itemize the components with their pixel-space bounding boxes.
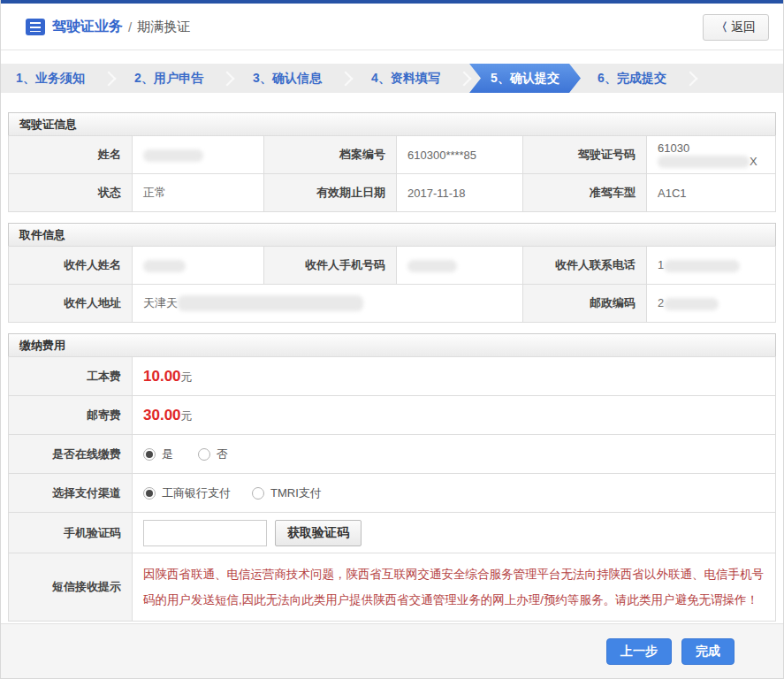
step-separator-chevron bbox=[337, 64, 356, 93]
channel-tmri-label: TMRI支付 bbox=[270, 485, 322, 501]
recipient-name-value bbox=[133, 247, 264, 285]
radio-checked-icon[interactable] bbox=[143, 448, 156, 461]
name-label: 姓名 bbox=[9, 136, 133, 174]
header: 驾驶证业务 / 期满换证 〈 返回 bbox=[1, 4, 783, 50]
table-row: 选择支付渠道 工商银行支付 TMRI支付 bbox=[9, 474, 776, 513]
redacted-recipient-name bbox=[143, 260, 186, 272]
pickup-info-table: 收件人姓名 收件人手机号码 收件人联系电话 1 收件人地址 天津天 邮政编码 bbox=[8, 246, 776, 323]
step-4-fill-data[interactable]: 4、资料填写 bbox=[356, 64, 455, 93]
recipient-name-label: 收件人姓名 bbox=[9, 247, 133, 285]
pickup-section-title: 取件信息 bbox=[8, 223, 776, 246]
footer-action-bar: 上一步 完成 bbox=[1, 623, 783, 678]
previous-step-button[interactable]: 上一步 bbox=[606, 638, 672, 665]
page-title: 驾驶证业务 bbox=[52, 18, 123, 36]
step-6-complete-submit[interactable]: 6、完成提交 bbox=[582, 64, 681, 93]
radio-unchecked-icon[interactable] bbox=[252, 487, 264, 500]
expiry-label: 有效期止日期 bbox=[264, 174, 397, 212]
postcode-value: 2 bbox=[647, 285, 776, 323]
status-label: 状态 bbox=[9, 174, 133, 212]
payment-channel-label: 选择支付渠道 bbox=[9, 474, 133, 513]
redacted-postcode bbox=[664, 298, 719, 310]
online-payment-no-option[interactable]: 否 bbox=[198, 446, 228, 462]
back-button[interactable]: 〈 返回 bbox=[703, 14, 769, 41]
postcode-label: 邮政编码 bbox=[523, 285, 647, 323]
breadcrumb-current: 期满换证 bbox=[137, 19, 190, 35]
recipient-mobile-value bbox=[397, 247, 523, 285]
phone-prefix: 1 bbox=[658, 258, 664, 271]
redacted-name bbox=[143, 149, 203, 162]
production-fee-amount: 10.00 bbox=[143, 368, 181, 385]
step-separator-chevron bbox=[100, 64, 119, 93]
table-row: 工本费 10.00元 bbox=[9, 357, 776, 396]
fees-section-title: 缴纳费用 bbox=[8, 333, 776, 356]
online-yes-label: 是 bbox=[162, 446, 173, 462]
license-number-prefix: 61030 bbox=[658, 141, 689, 155]
table-row: 是否在线缴费 是 否 bbox=[9, 435, 776, 474]
license-section-title: 驾驶证信息 bbox=[8, 112, 776, 135]
currency-unit: 元 bbox=[181, 409, 193, 423]
sms-code-label: 手机验证码 bbox=[9, 513, 133, 553]
sms-code-input[interactable] bbox=[143, 520, 267, 546]
step-separator-chevron bbox=[681, 64, 701, 93]
back-button-label: 返回 bbox=[731, 19, 756, 35]
table-row: 收件人地址 天津天 邮政编码 2 bbox=[9, 285, 776, 323]
mailing-fee-amount: 30.00 bbox=[143, 407, 181, 423]
license-info-section: 驾驶证信息 姓名 档案编号 610300****85 驾驶证号码 61030X … bbox=[8, 112, 776, 212]
redacted-phone bbox=[664, 260, 740, 272]
online-payment-yes-option[interactable]: 是 bbox=[143, 446, 173, 462]
redacted-mobile bbox=[407, 260, 457, 272]
table-row: 短信接收提示 因陕西省联通、电信运营商技术问题，陕西省互联网交通安全综合服务管理… bbox=[9, 553, 776, 622]
step-wizard-bar: 1、业务须知 2、用户申告 3、确认信息 4、资料填写 5、确认提交 6、完成提… bbox=[1, 64, 783, 93]
license-info-table: 姓名 档案编号 610300****85 驾驶证号码 61030X 状态 正常 … bbox=[8, 135, 776, 212]
file-number-label: 档案编号 bbox=[264, 136, 397, 174]
finish-button[interactable]: 完成 bbox=[681, 638, 735, 665]
sms-notice-label: 短信接收提示 bbox=[9, 553, 133, 622]
file-number-value: 610300****85 bbox=[397, 136, 523, 174]
redacted-license-number bbox=[658, 156, 750, 168]
fees-table: 工本费 10.00元 邮寄费 30.00元 是否在线缴费 bbox=[8, 356, 776, 622]
online-payment-label: 是否在线缴费 bbox=[9, 435, 133, 474]
recipient-phone-value: 1 bbox=[647, 247, 776, 285]
name-value bbox=[133, 136, 264, 174]
payment-channel-options: 工商银行支付 TMRI支付 bbox=[133, 474, 776, 513]
online-payment-options: 是 否 bbox=[133, 435, 776, 474]
table-row: 邮寄费 30.00元 bbox=[9, 396, 776, 435]
recipient-phone-label: 收件人联系电话 bbox=[523, 247, 647, 285]
radio-checked-icon[interactable] bbox=[143, 487, 156, 500]
channel-tmri-option[interactable]: TMRI支付 bbox=[252, 485, 322, 501]
postcode-prefix: 2 bbox=[658, 296, 664, 309]
page: 驾驶证业务 / 期满换证 〈 返回 1、业务须知 2、用户申告 3、确认信息 4… bbox=[0, 0, 784, 679]
currency-unit: 元 bbox=[181, 370, 193, 384]
table-row: 状态 正常 有效期止日期 2017-11-18 准驾车型 A1C1 bbox=[9, 174, 776, 212]
step-5-confirm-submit-active[interactable]: 5、确认提交 bbox=[469, 64, 581, 93]
expiry-value: 2017-11-18 bbox=[397, 174, 523, 212]
recipient-address-label: 收件人地址 bbox=[9, 285, 133, 323]
get-code-button[interactable]: 获取验证码 bbox=[275, 520, 362, 546]
radio-unchecked-icon[interactable] bbox=[198, 448, 210, 461]
mailing-fee-label: 邮寄费 bbox=[9, 396, 133, 435]
recipient-address-value: 天津天 bbox=[133, 285, 523, 323]
table-row: 收件人姓名 收件人手机号码 收件人联系电话 1 bbox=[9, 247, 776, 285]
vehicle-type-value: A1C1 bbox=[647, 174, 776, 212]
step-separator-chevron bbox=[218, 64, 238, 93]
mailing-fee-value: 30.00元 bbox=[133, 396, 776, 435]
production-fee-value: 10.00元 bbox=[133, 357, 776, 396]
step-separator-chevron bbox=[455, 64, 475, 93]
license-number-value: 61030X bbox=[647, 136, 776, 174]
sms-code-field: 获取验证码 bbox=[133, 513, 776, 553]
recipient-mobile-label: 收件人手机号码 bbox=[264, 247, 397, 285]
pickup-info-section: 取件信息 收件人姓名 收件人手机号码 收件人联系电话 1 收件人地址 天津天 bbox=[8, 223, 776, 323]
sms-notice-text: 因陕西省联通、电信运营商技术问题，陕西省互联网交通安全综合服务管理平台无法向持陕… bbox=[143, 553, 765, 621]
channel-icbc-label: 工商银行支付 bbox=[162, 485, 231, 501]
step-3-confirm-info[interactable]: 3、确认信息 bbox=[238, 64, 337, 93]
table-row: 姓名 档案编号 610300****85 驾驶证号码 61030X bbox=[9, 136, 776, 174]
step-2-user-declaration[interactable]: 2、用户申告 bbox=[119, 64, 218, 93]
table-row: 手机验证码 获取验证码 bbox=[9, 513, 776, 553]
step-1-business-notice[interactable]: 1、业务须知 bbox=[1, 64, 100, 93]
status-value: 正常 bbox=[133, 174, 264, 212]
payment-fees-section: 缴纳费用 工本费 10.00元 邮寄费 30.00元 是否在线缴费 bbox=[8, 333, 776, 622]
breadcrumb-separator: / bbox=[128, 19, 132, 34]
vehicle-type-label: 准驾车型 bbox=[523, 174, 647, 212]
channel-icbc-option[interactable]: 工商银行支付 bbox=[143, 485, 231, 501]
sms-notice-cell: 因陕西省联通、电信运营商技术问题，陕西省互联网交通安全综合服务管理平台无法向持陕… bbox=[133, 553, 776, 622]
